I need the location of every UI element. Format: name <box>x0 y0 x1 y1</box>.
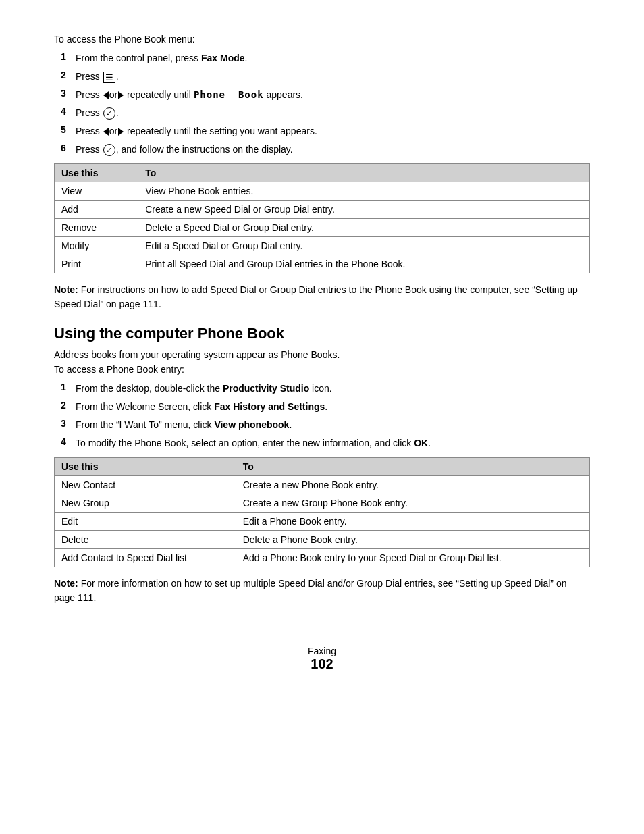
table1-cell-5-2: Print all Speed Dial and Group Dial entr… <box>138 255 590 273</box>
step-3-number: 3 <box>61 88 76 99</box>
arrow-left-icon-2 <box>103 128 109 136</box>
table-row: Remove Delete a Speed Dial or Group Dial… <box>55 219 590 237</box>
table2-cell-1-1: New Contact <box>55 476 236 494</box>
arrow-right-icon-2 <box>118 128 124 136</box>
table-row: Add Create a new Speed Dial or Group Dia… <box>55 201 590 219</box>
phone-book-label: Phone Book <box>194 89 264 100</box>
table-2: Use this To New Contact Create a new Pho… <box>54 457 590 567</box>
table2-cell-5-1: Add Contact to Speed Dial list <box>55 549 236 567</box>
step2-4-number: 4 <box>61 436 76 447</box>
section-2-heading: Using the computer Phone Book <box>54 325 590 342</box>
table1-cell-4-1: Modify <box>55 237 138 255</box>
step-2-number: 2 <box>61 70 76 80</box>
footer-label: Faxing <box>308 646 336 656</box>
footer: Faxing 102 <box>54 646 590 672</box>
step-5-number: 5 <box>61 124 76 135</box>
table1-cell-3-1: Remove <box>55 219 138 237</box>
step-3-content: Press or repeatedly until Phone Book app… <box>76 88 303 102</box>
step2-2-number: 2 <box>61 400 76 411</box>
step2-3-content: From the “I Want To” menu, click View ph… <box>76 418 292 432</box>
step-1-bold: Fax Mode <box>201 53 245 63</box>
step-4-content: Press ✓. <box>76 106 119 120</box>
step2-1-number: 1 <box>61 382 76 392</box>
table2-cell-4-1: Delete <box>55 531 236 549</box>
steps-list-2: 1 From the desktop, double-click the Pro… <box>54 382 590 450</box>
table1-cell-1-2: View Phone Book entries. <box>138 182 590 201</box>
table2-header-col2: To <box>236 458 589 476</box>
section-2-intro1: Address books from your operating system… <box>54 349 590 360</box>
step-5: 5 Press or repeatedly until the setting … <box>54 124 590 138</box>
note-2-text: For more information on how to set up mu… <box>54 578 567 603</box>
section-2-intro2: To access a Phone Book entry: <box>54 364 590 375</box>
table-row: New Group Create a new Group Phone Book … <box>55 494 590 513</box>
step-1-content: From the control panel, press Fax Mode. <box>76 51 247 66</box>
intro-text: To access the Phone Book menu: <box>54 34 590 45</box>
step-1: 1 From the control panel, press Fax Mode… <box>54 51 590 66</box>
steps-list-1: 1 From the control panel, press Fax Mode… <box>54 51 590 157</box>
note-2-label: Note: <box>54 578 78 589</box>
table1-cell-1-1: View <box>55 182 138 201</box>
step2-3-number: 3 <box>61 418 76 429</box>
table-row: View View Phone Book entries. <box>55 182 590 201</box>
note-1-text: For instructions on how to add Speed Dia… <box>54 284 578 309</box>
ok-circle-icon: ✓ <box>103 107 115 120</box>
step2-4-content: To modify the Phone Book, select an opti… <box>76 436 431 450</box>
table-1: Use this To View View Phone Book entries… <box>54 163 590 273</box>
note-1-label: Note: <box>54 284 78 295</box>
table2-cell-1-2: Create a new Phone Book entry. <box>236 476 589 494</box>
step-1-number: 1 <box>61 51 76 62</box>
note-1: Note: For instructions on how to add Spe… <box>54 283 590 311</box>
table2-cell-4-2: Delete a Phone Book entry. <box>236 531 589 549</box>
step-3: 3 Press or repeatedly until Phone Book a… <box>54 88 590 102</box>
table-row: Modify Edit a Speed Dial or Group Dial e… <box>55 237 590 255</box>
footer-page-number: 102 <box>54 656 590 672</box>
table2-cell-2-1: New Group <box>55 494 236 513</box>
step2-2: 2 From the Welcome Screen, click Fax His… <box>54 400 590 414</box>
arrow-right-icon <box>118 91 124 99</box>
table-row: Edit Edit a Phone Book entry. <box>55 513 590 531</box>
ok-circle-icon-2: ✓ <box>103 144 115 156</box>
table2-header-col1: Use this <box>55 458 236 476</box>
table-row: Add Contact to Speed Dial list Add a Pho… <box>55 549 590 567</box>
step-4: 4 Press ✓. <box>54 106 590 120</box>
table1-cell-2-1: Add <box>55 201 138 219</box>
table2-cell-5-2: Add a Phone Book entry to your Speed Dia… <box>236 549 589 567</box>
step-2-content: Press ☰. <box>76 70 119 84</box>
table1-cell-3-2: Delete a Speed Dial or Group Dial entry. <box>138 219 590 237</box>
step-6-number: 6 <box>61 142 76 153</box>
step-6: 6 Press ✓, and follow the instructions o… <box>54 142 590 157</box>
table-row: New Contact Create a new Phone Book entr… <box>55 476 590 494</box>
step2-2-bold: Fax History and Settings <box>214 401 325 412</box>
table2-cell-3-2: Edit a Phone Book entry. <box>236 513 589 531</box>
step2-1-bold: Productivity Studio <box>223 383 309 394</box>
table1-header-col2: To <box>138 164 590 182</box>
step2-3-bold: View phonebook <box>214 419 289 430</box>
step2-3: 3 From the “I Want To” menu, click View … <box>54 418 590 432</box>
step2-2-content: From the Welcome Screen, click Fax Histo… <box>76 400 327 414</box>
step2-4-bold: OK <box>414 438 428 448</box>
table2-cell-2-2: Create a new Group Phone Book entry. <box>236 494 589 513</box>
step2-1: 1 From the desktop, double-click the Pro… <box>54 382 590 396</box>
table1-header-col1: Use this <box>55 164 138 182</box>
step2-4: 4 To modify the Phone Book, select an op… <box>54 436 590 450</box>
table1-cell-5-1: Print <box>55 255 138 273</box>
step2-1-content: From the desktop, double-click the Produ… <box>76 382 332 396</box>
table1-cell-4-2: Edit a Speed Dial or Group Dial entry. <box>138 237 590 255</box>
step-6-content: Press ✓, and follow the instructions on … <box>76 142 293 157</box>
step-2: 2 Press ☰. <box>54 70 590 84</box>
table2-cell-3-1: Edit <box>55 513 236 531</box>
step-5-content: Press or repeatedly until the setting yo… <box>76 124 317 138</box>
arrow-left-icon <box>103 91 109 99</box>
step-4-number: 4 <box>61 106 76 117</box>
table-row: Print Print all Speed Dial and Group Dia… <box>55 255 590 273</box>
note-2: Note: For more information on how to set… <box>54 577 590 605</box>
table1-cell-2-2: Create a new Speed Dial or Group Dial en… <box>138 201 590 219</box>
menu-icon: ☰ <box>103 72 115 84</box>
table-row: Delete Delete a Phone Book entry. <box>55 531 590 549</box>
